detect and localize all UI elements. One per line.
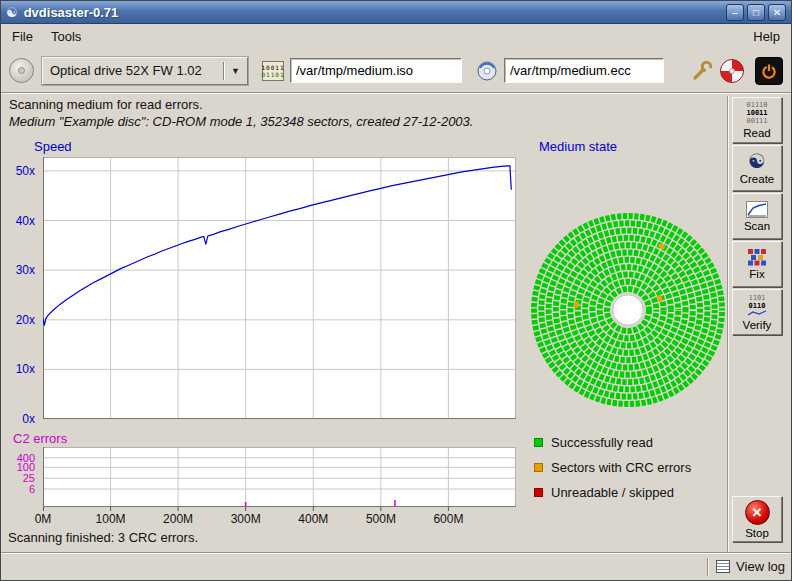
stop-label: Stop xyxy=(745,527,769,539)
statusbar-separator xyxy=(707,558,709,576)
menu-tools[interactable]: Tools xyxy=(42,26,90,47)
read-label: Read xyxy=(743,127,771,139)
verify-curve-icon xyxy=(747,310,767,317)
app-yinyang-icon: ☯ xyxy=(6,6,18,19)
main-area: Scanning medium for read errors. Medium … xyxy=(1,93,792,554)
fix-button[interactable]: Fix xyxy=(732,241,782,287)
maximize-button[interactable]: □ xyxy=(747,4,765,21)
legend-item-ok: Successfully read xyxy=(534,430,691,455)
speed-y-axis: 50x40x30x20x10x0x xyxy=(1,157,39,419)
disc-hole xyxy=(729,68,735,74)
preferences-button[interactable] xyxy=(687,56,717,86)
titlebar[interactable]: ☯ dvdisaster-0.71 – □ ✕ xyxy=(1,1,791,24)
ecc-file-icon xyxy=(476,60,498,82)
action-sidebar: 01110 10011 00111 Read ☯ Create Scan xyxy=(732,94,784,554)
menubar: File Tools Help xyxy=(1,24,791,49)
manage-images-button[interactable] xyxy=(717,56,747,86)
wrench-icon xyxy=(690,59,714,83)
speed-y-tick: 0x xyxy=(22,412,35,426)
x-axis-tick: 500M xyxy=(366,512,396,526)
speed-y-tick: 10x xyxy=(16,362,35,376)
verify-label: Verify xyxy=(743,319,772,331)
legend-label: Sectors with CRC errors xyxy=(551,460,691,475)
view-log-button[interactable]: View log xyxy=(716,559,785,574)
ecc-disc-icon xyxy=(476,60,498,82)
view-log-label: View log xyxy=(736,559,785,574)
c2-plot-svg xyxy=(43,447,516,513)
stop-icon: ✕ xyxy=(745,500,770,525)
c2-y-axis: 400100256 xyxy=(1,447,39,507)
x-axis-tick: 0M xyxy=(35,512,52,526)
medium-state-title: Medium state xyxy=(539,139,617,154)
medium-info: Medium "Example disc": CD-ROM mode 1, 35… xyxy=(9,114,473,129)
x-axis-tick: 600M xyxy=(433,512,463,526)
power-icon xyxy=(760,62,778,80)
statusbar: View log xyxy=(1,552,792,580)
legend-item-crc: Sectors with CRC errors xyxy=(534,455,691,480)
x-axis-tick: 300M xyxy=(231,512,261,526)
toolbar: Optical drive 52X FW 1.02 ▼ 10011 01101 xyxy=(1,49,791,93)
sidebar-separator xyxy=(727,96,729,552)
quit-button[interactable] xyxy=(755,57,783,85)
speed-chart-title: Speed xyxy=(34,139,72,154)
speed-y-tick: 40x xyxy=(16,214,35,228)
chevron-down-icon: ▼ xyxy=(231,66,240,76)
medium-state-legend: Successfully read Sectors with CRC error… xyxy=(534,430,691,505)
ok-swatch xyxy=(534,438,543,447)
drive-selector[interactable]: Optical drive 52X FW 1.02 ▼ xyxy=(42,57,248,85)
fix-icon xyxy=(747,248,767,266)
legend-item-unreadable: Unreadable / skipped xyxy=(534,480,691,505)
x-axis-labels: 0M100M200M300M400M500M600M xyxy=(43,512,516,528)
create-label: Create xyxy=(740,173,775,185)
iso-file-icon: 10011 01101 xyxy=(262,61,284,81)
iso-binary-icon: 10011 01101 xyxy=(262,61,284,81)
menu-help[interactable]: Help xyxy=(744,26,789,47)
unreadable-swatch xyxy=(534,488,543,497)
menu-file[interactable]: File xyxy=(3,26,42,47)
read-button[interactable]: 01110 10011 00111 Read xyxy=(732,97,782,143)
drive-selector-value: Optical drive 52X FW 1.02 xyxy=(50,63,219,78)
speed-y-tick: 30x xyxy=(16,263,35,277)
verify-binary-icon: 1101 0110 xyxy=(747,294,767,317)
drive-hub xyxy=(18,67,25,74)
speed-plot-svg xyxy=(43,157,516,419)
scan-button[interactable]: Scan xyxy=(732,193,782,239)
x-axis-tick: 100M xyxy=(96,512,126,526)
speed-y-tick: 20x xyxy=(16,313,35,327)
c2-y-tick: 6 xyxy=(29,483,35,495)
optical-drive-icon xyxy=(9,58,34,83)
verify-button[interactable]: 1101 0110 Verify xyxy=(732,289,782,335)
create-button[interactable]: ☯ Create xyxy=(732,145,782,191)
medium-state-disc xyxy=(528,210,728,410)
speed-chart xyxy=(43,157,516,419)
lifesaver-disc-icon xyxy=(720,59,744,83)
x-axis-tick: 200M xyxy=(163,512,193,526)
legend-label: Unreadable / skipped xyxy=(551,485,674,500)
c2-errors-chart xyxy=(43,447,516,513)
status-message: Scanning medium for read errors. xyxy=(9,97,203,112)
fix-label: Fix xyxy=(749,268,764,280)
iso-path-input[interactable] xyxy=(290,58,462,83)
minimize-button[interactable]: – xyxy=(726,4,744,21)
legend-label: Successfully read xyxy=(551,435,653,450)
crc-swatch xyxy=(534,463,543,472)
read-binary-icon: 01110 10011 00111 xyxy=(746,101,767,125)
yinyang-icon: ☯ xyxy=(748,151,766,171)
scan-chart-icon xyxy=(746,201,768,218)
ecc-path-input[interactable] xyxy=(504,58,664,83)
scan-result-message: Scanning finished: 3 CRC errors. xyxy=(8,530,198,545)
c2-errors-title: C2 errors xyxy=(13,431,67,446)
app-window: ☯ dvdisaster-0.71 – □ ✕ File Tools Help … xyxy=(0,0,792,581)
stop-button[interactable]: ✕ Stop xyxy=(732,496,782,542)
close-button[interactable]: ✕ xyxy=(768,4,786,21)
log-icon xyxy=(716,560,730,573)
window-title: dvdisaster-0.71 xyxy=(24,5,723,20)
scan-label: Scan xyxy=(744,220,770,232)
combo-separator xyxy=(223,62,225,80)
x-axis-tick: 400M xyxy=(298,512,328,526)
speed-y-tick: 50x xyxy=(16,164,35,178)
